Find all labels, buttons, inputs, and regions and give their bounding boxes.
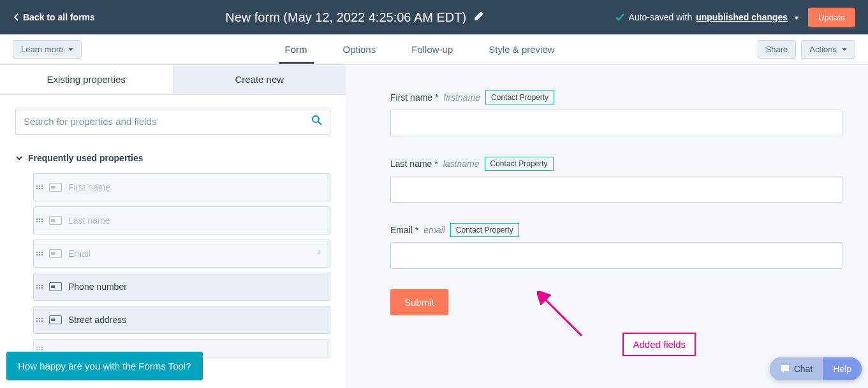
property-item-first-name[interactable]: First name — [33, 173, 330, 201]
group-header-label: Frequently used properties — [28, 153, 143, 163]
search-input[interactable] — [15, 108, 330, 135]
field-internal-name: lastname — [443, 159, 480, 169]
form-field-email[interactable]: Email * email Contact Property — [390, 223, 842, 269]
property-type-badge: Contact Property — [485, 157, 554, 171]
topbar-right: Auto-saved with unpublished changes Upda… — [615, 8, 855, 27]
property-tabs: Existing properties Create new — [0, 65, 346, 95]
text-field-icon — [49, 183, 62, 192]
chat-label: Chat — [794, 364, 813, 374]
field-label-row: First name * firstname Contact Property — [390, 90, 842, 104]
drag-handle-icon — [36, 318, 43, 322]
property-label: Phone number — [68, 282, 325, 292]
check-icon — [615, 12, 625, 22]
first-name-input[interactable] — [390, 110, 842, 136]
annotation-label: Added fields — [622, 333, 696, 356]
last-name-input[interactable] — [390, 176, 842, 203]
required-asterisk: * — [318, 248, 321, 259]
update-button[interactable]: Update — [808, 8, 855, 27]
property-label: First name — [68, 182, 325, 192]
autosave-status[interactable]: Auto-saved with unpublished changes — [615, 12, 800, 22]
chevron-down-icon — [15, 154, 23, 162]
chat-button[interactable]: Chat — [770, 357, 823, 380]
email-input[interactable] — [390, 242, 842, 269]
properties-panel: Existing properties Create new Frequentl… — [0, 65, 346, 388]
tab-form[interactable]: Form — [285, 36, 307, 63]
search-icon[interactable] — [311, 115, 323, 129]
learn-more-button[interactable]: Learn more — [13, 40, 82, 59]
property-item-phone[interactable]: Phone number — [33, 273, 330, 301]
edit-title-button[interactable] — [474, 11, 484, 24]
annotation-arrow-icon — [537, 291, 588, 342]
property-type-badge: Contact Property — [450, 223, 519, 237]
text-field-icon — [49, 315, 62, 324]
property-label: Email — [68, 248, 318, 259]
group-header-frequent[interactable]: Frequently used properties — [15, 153, 330, 163]
property-item-last-name[interactable]: Last name — [33, 206, 330, 234]
field-label-row: Last name * lastname Contact Property — [390, 157, 842, 171]
autosave-link[interactable]: unpublished changes — [696, 12, 788, 22]
pencil-icon — [474, 11, 484, 21]
drag-handle-icon — [36, 347, 43, 350]
tab-create-new[interactable]: Create new — [173, 65, 346, 94]
field-label-row: Email * email Contact Property — [390, 223, 842, 237]
property-item-street[interactable]: Street address — [33, 306, 330, 334]
field-internal-name: email — [423, 225, 445, 235]
help-button[interactable]: Help — [823, 357, 862, 380]
svg-line-2 — [543, 298, 582, 336]
property-label: Last name — [68, 215, 325, 226]
field-label: Email * — [390, 225, 418, 235]
back-label: Back to all forms — [23, 12, 95, 22]
tab-options[interactable]: Options — [343, 36, 376, 63]
secondbar-right: Share Actions — [758, 40, 855, 59]
main-tabs: Form Options Follow-up Style & preview — [82, 36, 757, 63]
tab-style-preview[interactable]: Style & preview — [489, 36, 554, 63]
chat-icon — [780, 364, 790, 374]
actions-button[interactable]: Actions — [801, 40, 855, 59]
tab-existing-properties[interactable]: Existing properties — [0, 65, 173, 94]
form-title: New form (May 12, 2022 4:25:06 AM EDT) — [225, 10, 466, 25]
caret-down-icon — [791, 12, 799, 22]
tab-follow-up[interactable]: Follow-up — [411, 36, 453, 63]
form-field-first-name[interactable]: First name * firstname Contact Property — [390, 90, 842, 136]
topbar-center: New form (May 12, 2022 4:25:06 AM EDT) — [95, 10, 615, 25]
properties-body: Frequently used properties First name La… — [0, 95, 346, 388]
search-wrap — [15, 108, 330, 135]
top-bar: Back to all forms New form (May 12, 2022… — [0, 0, 868, 34]
second-bar: Learn more Form Options Follow-up Style … — [0, 34, 868, 65]
svg-line-1 — [318, 122, 321, 125]
form-field-last-name[interactable]: Last name * lastname Contact Property — [390, 157, 842, 203]
field-label: Last name * — [390, 159, 438, 169]
autosave-prefix: Auto-saved with — [629, 12, 693, 22]
text-field-icon — [49, 216, 62, 225]
help-widget: Chat Help — [770, 357, 862, 380]
drag-handle-icon — [36, 219, 43, 222]
property-label: Street address — [68, 315, 325, 325]
text-field-icon — [49, 249, 62, 258]
svg-point-0 — [313, 116, 319, 122]
drag-handle-icon — [36, 185, 43, 189]
property-type-badge: Contact Property — [485, 90, 554, 104]
field-label: First name * — [390, 92, 438, 103]
drag-handle-icon — [36, 252, 43, 255]
field-internal-name: firstname — [443, 92, 480, 103]
property-item-email[interactable]: Email * — [33, 240, 330, 268]
drag-handle-icon — [36, 285, 43, 289]
main-area: Existing properties Create new Frequentl… — [0, 65, 868, 388]
survey-prompt[interactable]: How happy are you with the Forms Tool? — [6, 352, 203, 380]
text-field-icon — [49, 282, 62, 291]
chevron-left-icon — [13, 13, 19, 22]
share-button[interactable]: Share — [758, 40, 797, 59]
back-to-forms-link[interactable]: Back to all forms — [13, 12, 95, 22]
form-canvas: First name * firstname Contact Property … — [346, 65, 868, 388]
submit-button[interactable]: Submit — [390, 289, 448, 315]
